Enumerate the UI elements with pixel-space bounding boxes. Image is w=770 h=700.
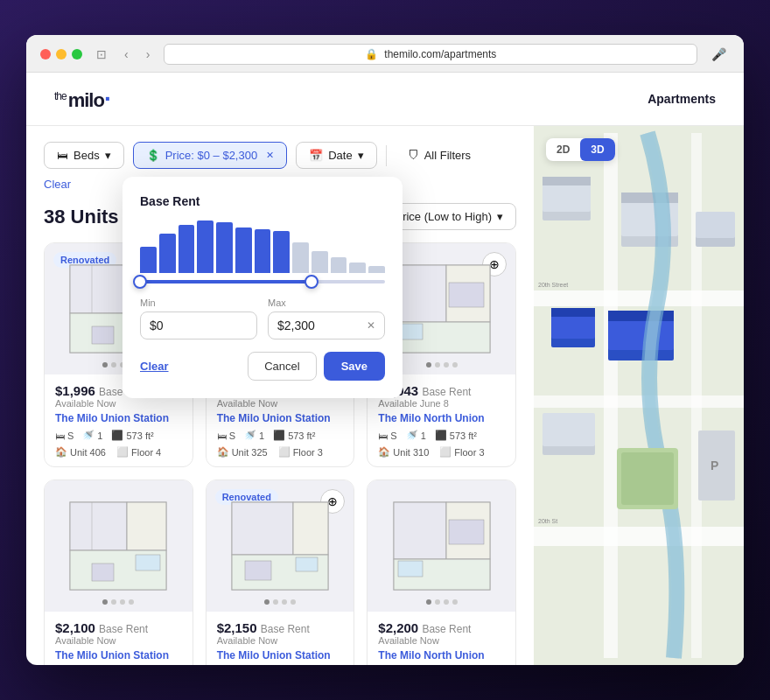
forward-button[interactable]: › — [143, 46, 154, 63]
histogram-bar — [197, 220, 214, 273]
dot — [273, 599, 278, 605]
listing-card[interactable]: Renovated ⊕ $2,150 Base Rent Available N… — [206, 480, 355, 665]
svg-rect-41 — [534, 527, 744, 546]
slider-min-thumb[interactable] — [133, 275, 147, 289]
svg-rect-61 — [621, 452, 674, 505]
svg-rect-28 — [293, 502, 328, 555]
svg-rect-1 — [70, 265, 127, 313]
app-header: themilo· Apartments — [26, 73, 744, 126]
filter-icon: ⛉ — [408, 149, 419, 162]
price-label: Price: $0 – $2,300 — [165, 149, 258, 162]
svg-text:20th Street: 20th Street — [538, 282, 568, 288]
card-building-name[interactable]: The Milo Union Station — [217, 412, 344, 424]
svg-rect-20 — [70, 502, 127, 550]
back-button[interactable]: ‹ — [121, 46, 132, 63]
card-price: $2,100 Base Rent — [55, 620, 182, 635]
svg-rect-40 — [534, 396, 744, 408]
nav-apartments[interactable]: Apartments — [648, 92, 716, 106]
baths-value: 1 — [259, 430, 264, 441]
card-specs: 🛏 S 🚿 1 ⬛ 573 ft² — [378, 430, 505, 441]
svg-rect-24 — [136, 555, 160, 570]
popup-footer: Clear Cancel Save — [140, 352, 385, 381]
dot — [452, 362, 458, 368]
histogram-bar — [368, 266, 385, 273]
floor-value: Floor 3 — [454, 447, 484, 458]
card-details: 🏠 Unit 325 ⬜ Floor 3 — [217, 446, 344, 458]
price-popup: Base Rent Min — [122, 177, 402, 398]
card-details: 🏠 Unit 310 ⬜ Floor 3 — [378, 446, 505, 458]
histogram-bar — [349, 262, 366, 273]
sqft-spec: ⬛ 573 ft² — [435, 430, 477, 441]
card-building-name[interactable]: The Milo Union Station — [55, 649, 182, 662]
map-panel: 2D 3D — [534, 126, 744, 665]
card-building-name[interactable]: The Milo Union Station — [217, 649, 344, 662]
price-filter-button[interactable]: 💲 Price: $0 – $2,300 ✕ — [133, 142, 288, 169]
listing-card[interactable]: $2,100 Base Rent Available Now The Milo … — [44, 480, 193, 665]
all-filters-button[interactable]: ⛉ All Filters — [396, 143, 483, 168]
beds-spec: 🛏 S — [378, 430, 396, 441]
range-inputs: Min Max ✕ — [140, 298, 385, 340]
listing-card[interactable]: $2,200 Base Rent Available Now The Milo … — [367, 480, 516, 665]
price-filter-close-icon[interactable]: ✕ — [266, 150, 274, 161]
minimize-window-button[interactable] — [56, 49, 66, 60]
card-building-name[interactable]: The Milo Union Station — [55, 412, 182, 424]
max-input-clear-icon[interactable]: ✕ — [367, 319, 375, 332]
svg-rect-42 — [604, 133, 618, 658]
map-view-toggle: 2D 3D — [546, 138, 615, 161]
map-3d-button[interactable]: 3D — [580, 138, 614, 161]
address-bar[interactable]: 🔒 themilo.com/apartments — [164, 44, 697, 65]
dot — [129, 599, 134, 605]
browser-window: ⊡ ‹ › 🔒 themilo.com/apartments 🎤 themilo… — [26, 35, 744, 665]
unit-detail: 🏠 Unit 310 — [378, 446, 429, 458]
sidebar-toggle-button[interactable]: ⊡ — [93, 46, 110, 63]
close-window-button[interactable] — [40, 49, 51, 60]
sqft-value: 573 ft² — [126, 430, 153, 441]
beds-value: S — [67, 430, 74, 441]
all-filters-label: All Filters — [424, 149, 471, 162]
min-label: Min — [140, 298, 257, 308]
floorplan-image — [66, 498, 171, 594]
popup-clear-button[interactable]: Clear — [140, 360, 169, 373]
clear-filters-button[interactable]: Clear — [44, 178, 71, 191]
svg-marker-55 — [608, 311, 674, 321]
cancel-button[interactable]: Cancel — [248, 352, 316, 381]
card-availability: Available June 8 — [378, 398, 505, 409]
main-layout: 🛏 Beds ▾ 💲 Price: $0 – $2,300 ✕ 📅 Date ▾ — [26, 126, 744, 665]
max-input[interactable] — [277, 318, 367, 332]
dot — [444, 362, 449, 368]
dot — [444, 599, 449, 605]
dot — [435, 362, 440, 368]
beds-filter-button[interactable]: 🛏 Beds ▾ — [44, 142, 124, 169]
card-building-name[interactable]: The Milo North Union — [378, 412, 505, 424]
beds-value: S — [229, 430, 235, 441]
card-info: $2,150 Base Rent Available Now The Milo … — [206, 612, 354, 665]
card-availability: Available Now — [217, 398, 344, 409]
price-label: Base Rent — [261, 623, 310, 635]
image-dots — [264, 599, 296, 605]
card-details: 🏠 Unit 406 ⬜ Floor 4 — [55, 446, 182, 458]
browser-controls: ⊡ ‹ › 🔒 themilo.com/apartments 🎤 — [40, 44, 730, 65]
dot — [102, 599, 108, 605]
min-input[interactable] — [150, 318, 248, 332]
range-slider[interactable] — [140, 280, 385, 284]
slider-max-thumb[interactable] — [304, 275, 318, 289]
unit-value: Unit 406 — [70, 447, 106, 458]
svg-rect-27 — [232, 502, 293, 555]
map-2d-button[interactable]: 2D — [546, 138, 580, 161]
histogram-bar — [140, 247, 157, 273]
price-label: Base Rent — [99, 623, 148, 635]
save-button[interactable]: Save — [324, 352, 385, 381]
svg-rect-36 — [449, 520, 484, 544]
date-filter-button[interactable]: 📅 Date ▾ — [296, 142, 376, 169]
card-building-name[interactable]: The Milo North Union — [378, 649, 505, 662]
histogram-bar — [273, 231, 290, 273]
floor-detail: ⬜ Floor 4 — [116, 446, 161, 458]
map-background[interactable]: 20th Street 20th St P — [534, 126, 744, 665]
dot — [452, 599, 458, 605]
min-input-wrap — [140, 312, 257, 340]
card-availability: Available Now — [217, 635, 344, 646]
mic-button[interactable]: 🎤 — [708, 46, 730, 63]
date-label: Date — [328, 149, 352, 162]
filter-divider — [386, 145, 387, 166]
maximize-window-button[interactable] — [72, 49, 82, 60]
